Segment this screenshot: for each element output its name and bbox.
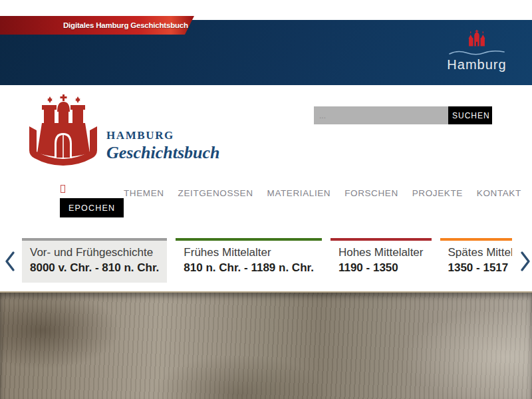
carousel-next-button[interactable] (519, 251, 532, 273)
nav-item-forschen[interactable]: FORSCHEN (344, 188, 398, 198)
epoch-carousel: Vor- und Frühgeschichte 8000 v. Chr. - 8… (22, 238, 512, 283)
page: Digitales Hamburg Geschichtsbuch Ham (0, 0, 532, 399)
castle-book-icon (25, 158, 101, 170)
search-button[interactable]: SUCHEN (448, 106, 492, 124)
brand-text: HAMBURG Geschichtsbuch (106, 129, 219, 163)
nav-item-kontakt[interactable]: KONTAKT (477, 188, 521, 198)
brand-subtitle: Geschichtsbuch (106, 143, 219, 163)
epoch-title: Spätes Mittelalter (448, 246, 513, 259)
epoch-card-spaetes-mittelalter[interactable]: Spätes Mittelalter 1350 - 1517 (440, 238, 513, 283)
epoch-period: 810 n. Chr. - 1189 n. Chr. (184, 261, 314, 275)
epoch-card-hohes-mittelalter[interactable]: Hohes Mittelalter 1190 - 1350 (331, 238, 432, 283)
ribbon-label: Digitales Hamburg Geschichtsbuch (0, 21, 188, 29)
carousel-prev-button[interactable] (3, 251, 16, 273)
epoch-title: Frühes Mittelalter (184, 246, 314, 259)
photo-collage-strip (0, 291, 532, 399)
nav-item-zeitgenossen[interactable]: ZEITGENOSSEN (178, 188, 253, 198)
main-nav: THEMEN ZEITGENOSSEN MATERIALIEN FORSCHEN… (124, 188, 521, 198)
nav-item-projekte[interactable]: PROJEKTE (412, 188, 463, 198)
hamburg-castle-icon (446, 29, 508, 51)
epoch-period: 1350 - 1517 (448, 261, 513, 275)
epoch-period: 1190 - 1350 (338, 261, 424, 275)
search-bar: SUCHEN (314, 106, 492, 124)
nav-item-materialien[interactable]: MATERIALIEN (267, 188, 331, 198)
wave-icon (446, 49, 508, 56)
chevron-left-icon (4, 264, 15, 274)
epoch-title: Hohes Mittelalter (338, 246, 424, 259)
nav-item-themen[interactable]: THEMEN (124, 188, 164, 198)
epoch-card-fruehes-mittelalter[interactable]: Frühes Mittelalter 810 n. Chr. - 1189 n.… (176, 238, 322, 283)
epoch-card-vor-und-fruehgeschichte[interactable]: Vor- und Frühgeschichte 8000 v. Chr. - 8… (22, 238, 167, 283)
site-ribbon-banner[interactable]: Digitales Hamburg Geschichtsbuch (0, 16, 194, 35)
brand-title: HAMBURG (106, 129, 219, 142)
epoch-title: Vor- und Frühgeschichte (30, 246, 159, 259)
hamburg-state-logo[interactable]: Hamburg (446, 29, 508, 72)
chevron-right-icon (520, 264, 531, 274)
missing-glyph-icon (61, 185, 65, 193)
epoch-period: 8000 v. Chr. - 810 n. Chr. (30, 261, 159, 275)
nav-item-epochen[interactable]: EPOCHEN (60, 198, 124, 217)
hamburg-wordmark: Hamburg (446, 57, 508, 72)
site-logo[interactable] (25, 92, 101, 170)
search-input[interactable] (314, 106, 448, 124)
